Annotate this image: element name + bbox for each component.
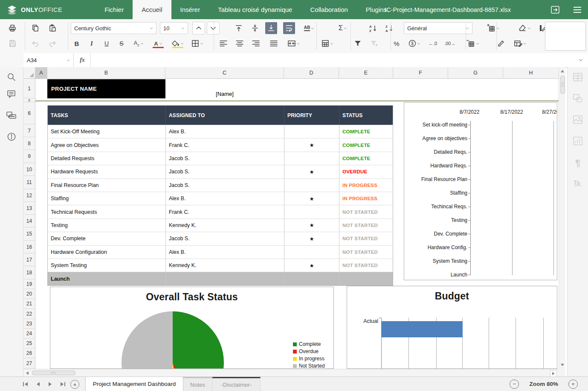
- status-cell[interactable]: IN PROGRESS: [339, 179, 393, 192]
- assigned-cell[interactable]: Alex B.: [166, 192, 284, 205]
- scroll-down-icon[interactable]: [559, 362, 565, 368]
- table-row[interactable]: Agree on Objectives Frank C. ★ COMPLETE: [48, 138, 393, 151]
- task-cell[interactable]: Testing: [48, 219, 166, 232]
- align-middle-button[interactable]: [249, 22, 261, 34]
- priority-cell[interactable]: ★: [284, 165, 339, 178]
- table-row[interactable]: System Testing Kennedy K. ★ NOT STARTED: [48, 259, 393, 272]
- scroll-right-icon[interactable]: [550, 370, 557, 377]
- table-row[interactable]: Hardware Requests Jacob S. ★ OVERDUE: [48, 165, 393, 178]
- row-header[interactable]: 9: [23, 150, 35, 163]
- task-cell[interactable]: Final Resource Plan: [48, 179, 166, 192]
- strikethrough-button[interactable]: S: [116, 37, 127, 49]
- expand-formula-bar-icon[interactable]: [579, 59, 583, 61]
- row-header[interactable]: 15: [23, 227, 35, 241]
- column-header-f[interactable]: F: [393, 67, 448, 78]
- redo-button[interactable]: [46, 37, 58, 49]
- align-center-button[interactable]: [234, 37, 246, 49]
- open-file-location-icon[interactable]: [549, 4, 561, 16]
- row-header[interactable]: 6: [23, 102, 35, 124]
- sheet-tab-disclaimer[interactable]: -Disclaimer-: [212, 377, 261, 391]
- status-cell[interactable]: COMPLETE: [339, 125, 393, 138]
- scroll-up-icon[interactable]: [559, 68, 565, 74]
- filter-button[interactable]: [352, 37, 364, 49]
- underline-button[interactable]: U: [101, 37, 113, 49]
- assigned-cell[interactable]: [166, 272, 284, 285]
- priority-cell[interactable]: ★: [284, 138, 339, 151]
- row-header[interactable]: 20: [23, 289, 35, 299]
- assigned-cell[interactable]: Jacob S.: [166, 179, 284, 192]
- fill-color-button[interactable]: [169, 37, 186, 49]
- assigned-cell[interactable]: Jacob S.: [166, 165, 284, 178]
- wrap-text-button[interactable]: [283, 22, 295, 34]
- assigned-cell[interactable]: Kennedy K.: [166, 259, 284, 272]
- next-sheet-icon[interactable]: [47, 381, 54, 388]
- shape-settings-icon[interactable]: [573, 94, 583, 103]
- task-cell[interactable]: Staffing: [48, 192, 166, 205]
- row-header[interactable]: 7: [23, 124, 35, 137]
- justify-button[interactable]: [268, 37, 280, 49]
- copy-button[interactable]: [29, 22, 41, 34]
- row-header[interactable]: 5: [23, 98, 35, 102]
- select-all-corner[interactable]: [23, 67, 35, 78]
- row-header[interactable]: 17: [23, 253, 35, 266]
- assigned-cell[interactable]: Kennedy K.: [166, 219, 284, 232]
- save-button[interactable]: [6, 37, 18, 49]
- row-header[interactable]: 8: [23, 137, 35, 150]
- row-header[interactable]: 1: [23, 79, 35, 98]
- status-cell[interactable]: NOT STARTED: [339, 259, 393, 272]
- row-header[interactable]: 11: [23, 176, 35, 189]
- format-as-table-button[interactable]: [319, 37, 336, 49]
- priority-cell[interactable]: [284, 152, 339, 165]
- priority-cell[interactable]: ★: [284, 259, 339, 272]
- clear-button[interactable]: [516, 22, 533, 34]
- assigned-cell[interactable]: Frank C.: [166, 205, 284, 218]
- insert-cells-button[interactable]: [484, 22, 502, 34]
- previous-sheet-icon[interactable]: [35, 381, 41, 388]
- priority-cell[interactable]: ★: [284, 232, 339, 245]
- search-icon[interactable]: [7, 72, 16, 82]
- decrease-decimal-button[interactable]: ←.0: [426, 37, 440, 49]
- align-bottom-button[interactable]: [265, 22, 277, 34]
- formula-input[interactable]: [91, 53, 556, 67]
- priority-cell[interactable]: [284, 246, 339, 259]
- status-cell[interactable]: NOT STARTED: [339, 219, 393, 232]
- row-header[interactable]: 19: [23, 279, 35, 289]
- add-sheet-button[interactable]: +: [70, 380, 79, 389]
- align-top-button[interactable]: [233, 22, 245, 34]
- format-painter-button[interactable]: [495, 37, 507, 49]
- chat-icon[interactable]: [6, 111, 17, 121]
- task-cell[interactable]: Dev. Complete: [48, 232, 166, 245]
- paragraph-settings-icon[interactable]: ¶: [575, 158, 580, 169]
- cell-name-box[interactable]: A34: [23, 53, 74, 67]
- status-cell[interactable]: OVERDUE: [339, 165, 393, 178]
- menu-tab-accueil[interactable]: Accueil: [133, 0, 171, 19]
- sheet-canvas[interactable]: PROJECT NAME [Name] TASKS ASSIGNED TO PR…: [35, 79, 559, 369]
- vertical-scroll-thumb[interactable]: [560, 76, 565, 94]
- gantt-chart[interactable]: 8/7/2022 8/17/2022 8/27/2022 Set kick-of…: [404, 102, 557, 280]
- subscript-superscript-button[interactable]: A2: [130, 37, 147, 49]
- budget-chart[interactable]: Budget Actual: [347, 286, 557, 369]
- assigned-cell[interactable]: Jacob S.: [166, 232, 284, 245]
- zoom-out-button[interactable]: −: [510, 380, 519, 389]
- task-cell[interactable]: Technical Requests: [48, 205, 166, 218]
- horizontal-scroll-thumb[interactable]: [32, 371, 75, 375]
- first-sheet-icon[interactable]: [22, 381, 29, 388]
- table-row[interactable]: Hardware Configuration Alex B. NOT START…: [48, 245, 393, 259]
- autosum-button[interactable]: Σ: [334, 22, 351, 34]
- font-name-combo[interactable]: Century Gothic: [71, 22, 156, 34]
- assigned-cell[interactable]: Frank C.: [166, 138, 284, 151]
- font-size-combo[interactable]: 10: [160, 22, 188, 34]
- row-header[interactable]: 24: [23, 329, 35, 339]
- priority-cell[interactable]: ★: [284, 192, 339, 205]
- row-header[interactable]: 16: [23, 241, 35, 253]
- column-header-e[interactable]: E: [339, 67, 393, 78]
- insert-function-button[interactable]: fx: [74, 53, 91, 67]
- assigned-cell[interactable]: Jacob S.: [166, 152, 284, 165]
- task-cell[interactable]: Hardware Configuration: [48, 246, 166, 259]
- priority-cell[interactable]: [284, 272, 339, 285]
- number-format-combo[interactable]: Général: [404, 22, 472, 34]
- textart-settings-icon[interactable]: Ta: [572, 179, 583, 189]
- print-button[interactable]: [6, 22, 18, 34]
- increase-font-size-button[interactable]: [192, 22, 205, 34]
- task-table[interactable]: TASKS ASSIGNED TO PRIORITY STATUS Set Ki…: [47, 105, 393, 286]
